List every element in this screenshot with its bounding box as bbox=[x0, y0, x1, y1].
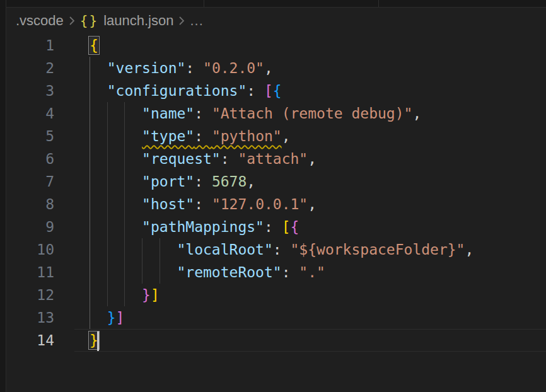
code-line-content[interactable]: "version": "0.2.0", bbox=[90, 57, 546, 79]
code-line: 1{ bbox=[6, 34, 546, 57]
token: "attach" bbox=[238, 151, 308, 167]
token: } bbox=[107, 309, 116, 326]
breadcrumb-symbol[interactable]: ... bbox=[190, 13, 203, 29]
chevron-right-icon bbox=[68, 15, 76, 26]
token: : bbox=[194, 128, 212, 144]
code-line: 13 }] bbox=[6, 306, 546, 329]
token: , bbox=[247, 173, 255, 190]
token bbox=[90, 60, 107, 76]
code-line: 10 "localRoot": "${workspaceFolder}", bbox=[6, 238, 546, 261]
code-line: 9 "pathMappings": [{ bbox=[6, 216, 546, 238]
text-cursor bbox=[97, 331, 99, 351]
token: "version" bbox=[107, 60, 186, 76]
line-number[interactable]: 5 bbox=[6, 125, 90, 147]
token: "remoteRoot" bbox=[177, 264, 281, 280]
line-number[interactable]: 11 bbox=[6, 261, 90, 284]
token: , bbox=[308, 196, 317, 212]
line-number[interactable]: 12 bbox=[6, 284, 90, 306]
token: "port" bbox=[142, 173, 194, 190]
token: "python" bbox=[212, 128, 282, 144]
code-line: 8 "host": "127.0.0.1", bbox=[6, 193, 546, 216]
breadcrumb-file[interactable]: launch.json bbox=[103, 13, 173, 29]
token bbox=[90, 309, 107, 326]
code-line: 2 "version": "0.2.0", bbox=[6, 57, 546, 79]
code-line: 14} bbox=[6, 329, 546, 352]
token: "." bbox=[299, 264, 325, 280]
token: : bbox=[194, 105, 212, 122]
breadcrumb: .vscode {} launch.json ... bbox=[6, 8, 546, 34]
line-number[interactable]: 9 bbox=[6, 216, 90, 238]
token: "type" bbox=[142, 128, 194, 144]
token: , bbox=[412, 105, 421, 122]
token bbox=[90, 128, 142, 144]
line-number[interactable]: 4 bbox=[6, 102, 90, 125]
token: : bbox=[264, 219, 282, 235]
token bbox=[90, 196, 142, 212]
line-number[interactable]: 14 bbox=[6, 329, 90, 352]
token: : bbox=[273, 241, 291, 258]
token: : bbox=[247, 83, 264, 99]
token: "127.0.0.1" bbox=[212, 196, 308, 212]
token: { bbox=[291, 219, 299, 235]
code-line: 12 }] bbox=[6, 284, 546, 306]
token: "${workspaceFolder}" bbox=[291, 241, 465, 258]
token: ] bbox=[116, 309, 125, 326]
token: [ bbox=[282, 219, 291, 235]
token: "localRoot" bbox=[177, 241, 272, 258]
token bbox=[90, 151, 142, 167]
code-line: 5 "type": "python", bbox=[6, 125, 546, 147]
token: : bbox=[194, 196, 212, 212]
token: "configurations" bbox=[107, 83, 247, 99]
code-line-content[interactable]: { bbox=[90, 34, 546, 57]
token bbox=[90, 264, 177, 280]
breadcrumb-folder[interactable]: .vscode bbox=[16, 13, 64, 29]
token: } bbox=[142, 287, 151, 303]
token: "pathMappings" bbox=[142, 219, 264, 235]
code-line-content[interactable]: }] bbox=[90, 284, 546, 306]
token bbox=[90, 287, 142, 303]
code-line-content[interactable]: } bbox=[90, 329, 546, 352]
editor-group: .vscode {} launch.json ... 1{2 "version"… bbox=[6, 0, 546, 392]
code-line-content[interactable]: "configurations": [{ bbox=[90, 79, 546, 102]
token: "0.2.0" bbox=[203, 60, 264, 76]
code-line: 3 "configurations": [{ bbox=[6, 79, 546, 102]
token bbox=[90, 219, 142, 235]
token: { bbox=[273, 83, 282, 99]
token bbox=[90, 105, 142, 122]
code-line-content[interactable]: "type": "python", bbox=[90, 125, 546, 147]
code-line-content[interactable]: }] bbox=[90, 306, 546, 329]
token: , bbox=[308, 151, 317, 167]
line-number[interactable]: 6 bbox=[6, 147, 90, 170]
tab-bar[interactable] bbox=[6, 0, 546, 8]
code-line: 4 "name": "Attach (remote debug)", bbox=[6, 102, 546, 125]
line-number[interactable]: 10 bbox=[6, 238, 90, 261]
code-line-content[interactable]: "pathMappings": [{ bbox=[90, 216, 546, 238]
token: "name" bbox=[142, 105, 194, 122]
token: , bbox=[282, 128, 291, 144]
line-number[interactable]: 1 bbox=[6, 34, 90, 57]
token: ] bbox=[151, 287, 160, 303]
code-line: 7 "port": 5678, bbox=[6, 170, 546, 193]
chevron-right-icon bbox=[178, 15, 185, 26]
code-line-content[interactable]: "remoteRoot": "." bbox=[90, 261, 546, 284]
line-number[interactable]: 3 bbox=[6, 79, 90, 102]
code-line: 11 "remoteRoot": "." bbox=[6, 261, 546, 284]
code-line-content[interactable]: "name": "Attach (remote debug)", bbox=[90, 102, 546, 125]
token: : bbox=[194, 173, 212, 190]
line-number[interactable]: 13 bbox=[6, 306, 90, 329]
code-line-content[interactable]: "host": "127.0.0.1", bbox=[90, 193, 546, 216]
line-number[interactable]: 2 bbox=[6, 57, 90, 79]
tab-divider bbox=[378, 0, 379, 7]
line-number[interactable]: 8 bbox=[6, 193, 90, 216]
tab-divider bbox=[204, 0, 204, 7]
token bbox=[90, 83, 107, 99]
line-number[interactable]: 7 bbox=[6, 170, 90, 193]
code-line-content[interactable]: "request": "attach", bbox=[90, 147, 546, 170]
warning-squiggle: "type": "python" bbox=[142, 128, 282, 144]
code-line-content[interactable]: "port": 5678, bbox=[90, 170, 546, 193]
bracket-match: { bbox=[90, 37, 98, 54]
token: [ bbox=[264, 83, 273, 99]
code-line-content[interactable]: "localRoot": "${workspaceFolder}", bbox=[90, 238, 546, 261]
token bbox=[90, 241, 177, 258]
token: : bbox=[282, 264, 299, 280]
